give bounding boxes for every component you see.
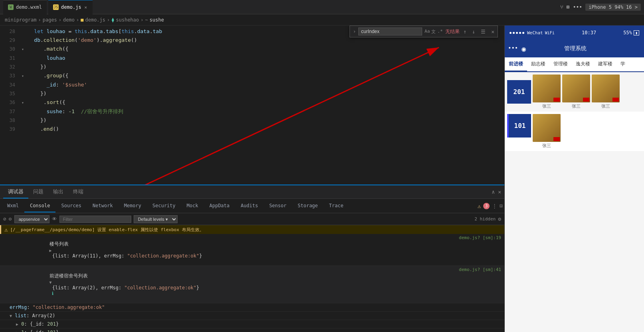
- code-line-31: 31 louhao: [0, 54, 504, 63]
- devtools-tab-sensor[interactable]: Sensor: [264, 200, 292, 212]
- regex-icon[interactable]: .*: [437, 29, 443, 35]
- console-entry-2: 前进楼宿舍号列表 ▼ {list: Array(2), errMsg: "col…: [0, 266, 504, 303]
- expand-item1-arrow[interactable]: ▶: [16, 330, 18, 332]
- room-photos-101: 张三: [533, 114, 561, 149]
- search-input[interactable]: curIndex: [358, 28, 422, 35]
- warning-text: [/__pageframe__/pages/demo/demo] 设置 enab…: [10, 227, 203, 233]
- tab-demo-js[interactable]: JS demo.js ✕: [48, 0, 93, 14]
- match-case-icon[interactable]: Aa: [425, 29, 430, 35]
- devtools-tab-mock[interactable]: Mock: [181, 200, 204, 212]
- devtools-tab-sources[interactable]: Sources: [55, 200, 87, 212]
- split-editor-icon[interactable]: ⊞: [567, 4, 570, 10]
- breadcrumb-miniprogram: miniprogram: [5, 17, 36, 23]
- phone-menu-button[interactable]: ••• ◉: [508, 45, 526, 53]
- log-level-select[interactable]: Default levels ▾: [134, 215, 178, 223]
- signal-dot-3: [516, 32, 518, 34]
- search-options: Aa 文 .*: [425, 29, 443, 35]
- phone-nav-jianjun[interactable]: 建军楼: [594, 57, 616, 71]
- photo-flag-1: [553, 98, 560, 102]
- console-filter-input[interactable]: [59, 216, 131, 223]
- console-entry-1: 楼号列表 ▶ {list: Array(11), errMsg: "collec…: [0, 234, 504, 266]
- git-icon[interactable]: ⑂: [560, 4, 563, 10]
- expand-arrow-2[interactable]: ▼: [49, 280, 52, 285]
- search-menu-icon[interactable]: ☰: [479, 28, 487, 35]
- breadcrumb-demojs-icon: ■: [81, 17, 83, 23]
- signal-dot-2: [513, 32, 515, 34]
- tab-close-icon[interactable]: ✕: [84, 4, 88, 11]
- devtools-popout-icon[interactable]: ⊡: [500, 203, 503, 209]
- room-name-101-1: 张三: [533, 143, 561, 149]
- code-area: › curIndex Aa 文 .* 无结果 ↑ ↓ ☰ ✕: [0, 26, 504, 185]
- entry-2-link[interactable]: demo.js? [sm]:41: [459, 267, 501, 272]
- devtools-menu-icon[interactable]: ⋮: [492, 203, 497, 209]
- expand-arrow-1[interactable]: ▶: [49, 248, 52, 253]
- phone-nav-qianjin[interactable]: 前进楼: [505, 57, 527, 71]
- code-line-37: 37 sushe: -1 //宿舍号升序排列: [0, 107, 504, 116]
- fold-arrow-30[interactable]: ▾: [22, 47, 24, 51]
- devtools-tab-storage[interactable]: Storage: [292, 200, 324, 212]
- devtools-tab-trace[interactable]: Trace: [324, 200, 349, 212]
- devtools-tab-audits[interactable]: Audits: [235, 200, 263, 212]
- entry-1-link[interactable]: demo.js? [sm]:19: [459, 235, 501, 240]
- code-line-34: 34 _id: '$sushe': [0, 81, 504, 89]
- clear-console-icon[interactable]: ⊘: [3, 216, 6, 222]
- search-next-icon[interactable]: ↓: [470, 28, 477, 35]
- expand-list-arrow[interactable]: ▼: [10, 314, 12, 318]
- service-select[interactable]: appservice: [14, 215, 49, 223]
- phone-nav-lizhi[interactable]: 励志楼: [527, 57, 549, 71]
- info-icon-2[interactable]: ℹ: [49, 291, 54, 296]
- devtools-tab-network[interactable]: Network: [87, 200, 119, 212]
- error-count-badge: 3: [483, 203, 490, 209]
- devtools-tab-memory[interactable]: Memory: [119, 200, 147, 212]
- eye-icon[interactable]: 👁: [52, 216, 57, 222]
- top-bar: W demo.wxml JS demo.js ✕ ⑂ ⊞ ••• iPhone …: [0, 0, 644, 14]
- phone-nav-guanli[interactable]: 管理楼: [549, 57, 572, 71]
- console-warning: ⚠ [/__pageframe__/pages/demo/demo] 设置 en…: [0, 225, 504, 234]
- devtools-tab-security[interactable]: Security: [147, 200, 181, 212]
- phone-nav-yifu[interactable]: 逸夫楼: [572, 57, 594, 71]
- devtools-tab-appdata[interactable]: AppData: [204, 200, 235, 212]
- phone-time: 10:37: [582, 30, 596, 35]
- search-close-icon[interactable]: ✕: [491, 29, 494, 35]
- breadcrumb-sushehao: sushehao: [116, 17, 139, 23]
- entry-2-list: ▼ list: Array(2): [0, 312, 504, 320]
- wechat-label: WeChat: [527, 30, 543, 35]
- devtools-tab-wxml[interactable]: Wxml: [2, 200, 24, 212]
- panel-tab-debugger[interactable]: 调试器: [3, 186, 28, 198]
- phone-label[interactable]: iPhone 5 94% 16 >: [585, 4, 641, 11]
- fold-arrow-36[interactable]: ▾: [22, 100, 24, 105]
- more-icon[interactable]: •••: [573, 4, 582, 10]
- battery-icon: ▮: [634, 30, 639, 35]
- panel-close-icon[interactable]: ✕: [498, 189, 501, 195]
- room-section-101: 101 张三: [505, 112, 644, 151]
- whole-word-icon[interactable]: 文: [431, 29, 436, 35]
- phone-preview: WeChat WiFi 10:37 55% ▮ ••• ◉ 管理系统 前进楼 励…: [504, 26, 644, 332]
- console-output: ⚠ [/__pageframe__/pages/demo/demo] 设置 en…: [0, 225, 504, 332]
- devtools-tab-console[interactable]: Console: [24, 200, 56, 212]
- tab-demo-wxml[interactable]: W demo.wxml: [3, 0, 47, 14]
- room-number-201: 201: [507, 80, 531, 104]
- panel-bar-right: ∧ ✕: [492, 189, 501, 195]
- devtools-panel: Wxml Console Sources Network Memory Secu…: [0, 199, 504, 332]
- settings-icon[interactable]: ⚙: [498, 216, 501, 222]
- code-line-35: 35 }): [0, 89, 504, 98]
- phone-nav-xue[interactable]: 学: [616, 57, 629, 71]
- search-prev-icon[interactable]: ↑: [462, 28, 468, 35]
- camera-icon: ◉: [522, 45, 526, 53]
- expand-item0-arrow[interactable]: ▶: [16, 322, 18, 326]
- signal-dot-1: [510, 32, 512, 34]
- console-toolbar: ⊘ ⊖ appservice 👁 Default levels ▾ 2 hidd…: [0, 213, 504, 225]
- panel-tab-terminal[interactable]: 终端: [68, 186, 88, 198]
- room-photo-101-1: [533, 114, 561, 142]
- search-prompt-icon: ›: [353, 29, 356, 34]
- filter-mode-icon[interactable]: ⊖: [9, 216, 12, 222]
- fold-arrow-33[interactable]: ▾: [22, 74, 24, 78]
- menu-dot-1: •••: [508, 45, 518, 53]
- panel-tab-problems[interactable]: 问题: [28, 186, 48, 198]
- panel-collapse-icon[interactable]: ∧: [492, 189, 495, 195]
- panel-tab-output[interactable]: 输出: [48, 186, 68, 198]
- panel-tabs-bar: 调试器 问题 输出 终端 ∧ ✕: [0, 185, 504, 199]
- js-icon: JS: [53, 4, 59, 10]
- bottom-panel: 调试器 问题 输出 终端 ∧ ✕ Wxml Console Sources: [0, 185, 504, 332]
- room-photos-201: 张三 张三 张三: [533, 75, 642, 109]
